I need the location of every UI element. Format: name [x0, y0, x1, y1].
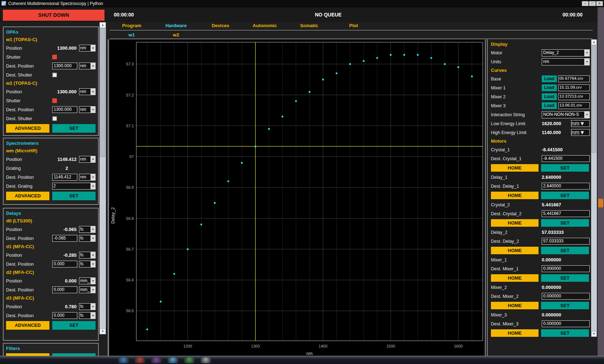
taskbar-icon-red[interactable] [135, 357, 145, 363]
curve-label: Mixer 1 [491, 85, 542, 90]
unit-combobox[interactable]: fs▼ [79, 252, 96, 259]
dest-motor-input[interactable]: 2.640000 [542, 183, 590, 190]
unit-combobox[interactable]: nm▼ [79, 106, 96, 113]
taskbar-icon-purple[interactable] [151, 357, 162, 363]
scroll-up-icon[interactable]: ▲ [99, 22, 106, 28]
taskbar-icon-gray[interactable] [200, 357, 211, 363]
right-splitter-b[interactable] [487, 39, 488, 356]
shutdown-button[interactable]: SHUT DOWN [3, 10, 104, 21]
set-button[interactable]: SET [541, 192, 589, 199]
interaction-string-combobox[interactable]: NON-NON-NON-S▼ [542, 111, 590, 118]
dest-motor-input[interactable]: -8.441500 [542, 155, 590, 162]
set-button[interactable]: SET [541, 329, 589, 337]
left-scrollbar-thumb[interactable] [100, 28, 105, 157]
tab-autonomic[interactable]: Autonomic [243, 22, 287, 30]
taskbar[interactable] [0, 356, 604, 364]
tab-plot[interactable]: Plot [331, 22, 376, 30]
subtab-w1[interactable]: w1 [109, 31, 154, 39]
dest-motor-input[interactable]: 57.033333 [542, 238, 590, 245]
dest-motor-input[interactable]: 0.000000 [542, 265, 590, 272]
unit-combobox[interactable]: nm▼ [79, 45, 96, 51]
dest-motor-input[interactable]: 5.441667 [542, 210, 590, 217]
tab-devices[interactable]: Devices [198, 22, 243, 30]
unit-combobox[interactable]: nm▼ [571, 129, 590, 136]
unit-combobox[interactable]: mm_▼ [79, 286, 96, 293]
dest-motor-input[interactable]: 0.000000 [542, 320, 590, 327]
units-combobox[interactable]: nm▼ [542, 58, 590, 65]
dest-position-input[interactable]: 1300.000 [52, 106, 77, 113]
set-button[interactable]: SET [541, 164, 589, 172]
curve-file-input[interactable]: 15.11.09.crv [558, 84, 590, 91]
advanced-button[interactable]: ADVANCED [6, 192, 49, 200]
unit-combobox[interactable]: nm▼ [79, 156, 96, 163]
dest-grating-combobox[interactable]: 2▼ [52, 183, 96, 190]
motor-combobox[interactable]: Delay_2▼ [542, 49, 590, 56]
dest-position-input[interactable]: 0.000 [52, 312, 77, 319]
dest-shutter-checkbox[interactable] [52, 73, 57, 77]
right-splitter-a[interactable] [485, 39, 486, 356]
scroll-down-icon[interactable]: ▼ [591, 331, 597, 337]
combobox-value: fs [79, 304, 91, 310]
set-button[interactable]: SET [541, 274, 589, 282]
advanced-button[interactable]: ADVANCED [6, 321, 49, 330]
dest-position-input[interactable]: 1300.000 [52, 63, 77, 69]
shutter-indicator[interactable] [52, 55, 57, 59]
set-button[interactable]: SET [541, 247, 589, 254]
taskbar-icon-lightblue[interactable] [167, 357, 178, 363]
shutter-indicator[interactable] [52, 98, 57, 103]
unit-combobox[interactable]: nm▼ [79, 174, 96, 181]
unit-combobox[interactable]: fs▼ [79, 303, 96, 310]
dest-shutter-checkbox[interactable] [52, 116, 57, 121]
minimize-button[interactable]: ─ [582, 1, 589, 6]
set-button[interactable]: SET [541, 219, 589, 227]
dest-position-input[interactable]: 1149.412 [52, 174, 77, 181]
dest-position-input[interactable]: 0.000 [52, 286, 77, 293]
advanced-button[interactable]: ADVANCED [6, 124, 49, 133]
curve-file-input[interactable]: 05 67764.crv [558, 75, 590, 82]
set-button[interactable]: SET [541, 302, 589, 309]
unit-combobox[interactable]: mm_▼ [79, 277, 96, 284]
tab-program[interactable]: Program [109, 22, 154, 30]
dest-position-input[interactable]: 0.000 [52, 261, 77, 267]
curve-file-input[interactable]: 13 37213.crv [558, 93, 590, 100]
unit-combobox[interactable]: nm▼ [571, 120, 590, 127]
load-button[interactable]: Load [542, 84, 557, 91]
home-button[interactable]: HOME [491, 329, 539, 337]
scroll-down-icon[interactable]: ▼ [99, 329, 106, 334]
position-value: 1300.000 [52, 89, 77, 94]
load-button[interactable]: Load [542, 102, 557, 109]
dest-position-input[interactable]: -0.065 [52, 235, 77, 242]
home-button[interactable]: HOME [491, 164, 539, 172]
plot-canvas[interactable]: 1200130014001500160056.556.656.756.856.9… [109, 40, 484, 356]
home-button[interactable]: HOME [491, 219, 539, 227]
load-button[interactable]: Load [542, 93, 557, 100]
set-button[interactable]: SET [52, 192, 96, 200]
unit-combobox[interactable]: fs▼ [79, 226, 96, 233]
close-button[interactable]: ✕ [596, 1, 603, 6]
home-button[interactable]: HOME [491, 247, 539, 254]
unit-combobox[interactable]: fs▼ [79, 235, 96, 242]
taskbar-icon-green[interactable] [184, 357, 195, 363]
dest-motor-input[interactable]: 0.000000 [542, 293, 590, 300]
tab-hardware[interactable]: Hardware [154, 22, 198, 30]
curve-file-input[interactable]: 13.06.01.crv [558, 102, 590, 109]
left-scrollbar[interactable]: ▲ ▼ [99, 22, 106, 334]
unit-combobox[interactable]: nm▼ [79, 63, 96, 69]
home-button[interactable]: HOME [491, 274, 539, 282]
set-button[interactable]: SET [52, 321, 96, 330]
load-button[interactable]: Load [542, 75, 557, 82]
unit-combobox[interactable]: nm▼ [79, 88, 96, 95]
unit-combobox[interactable]: fs▼ [79, 261, 96, 267]
unit-combobox[interactable]: fs▼ [79, 312, 96, 319]
scroll-up-icon[interactable]: ▲ [591, 39, 597, 45]
tab-somatic[interactable]: Somatic [287, 22, 331, 30]
right-scrollbar[interactable]: ▲ ▼ [591, 39, 597, 337]
set-button[interactable]: SET [52, 124, 96, 133]
maximize-button[interactable]: □ [589, 1, 596, 6]
home-button[interactable]: HOME [491, 302, 539, 309]
right-scrollbar-thumb[interactable] [591, 45, 596, 153]
subtab-w2[interactable]: w2 [154, 31, 198, 39]
left-splitter[interactable] [108, 39, 109, 356]
taskbar-icon-blue[interactable] [118, 357, 129, 363]
home-button[interactable]: HOME [491, 192, 539, 199]
